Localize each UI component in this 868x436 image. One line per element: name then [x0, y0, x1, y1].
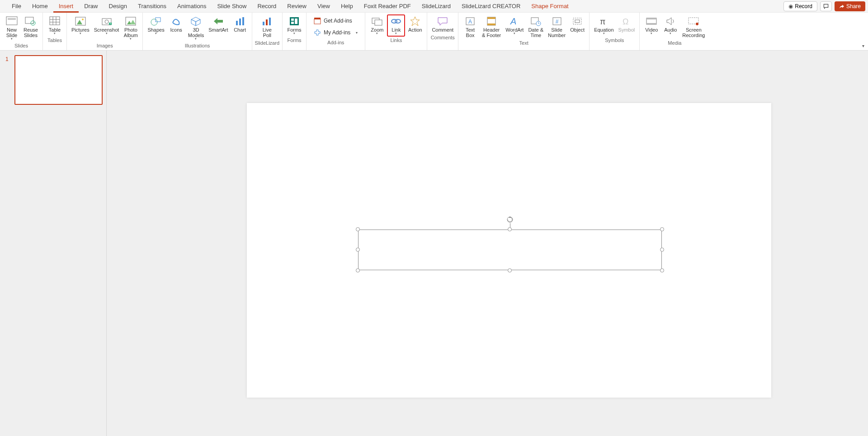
equation-button[interactable]: π Equation [592, 14, 615, 37]
svg-rect-58 [646, 23, 656, 24]
thumbnail-1-number: 1 [5, 56, 9, 62]
resize-handle-tr[interactable] [660, 227, 664, 231]
tab-review[interactable]: Review [282, 0, 312, 13]
audio-label: Audio [664, 27, 677, 33]
screenshot-label: Screenshot [94, 27, 119, 33]
tab-shape-format[interactable]: Shape Format [526, 0, 574, 13]
icons-button[interactable]: Icons [167, 14, 185, 34]
svg-point-19 [151, 19, 157, 25]
svg-rect-45 [487, 17, 495, 19]
tab-slideshow[interactable]: Slide Show [212, 0, 252, 13]
forms-label: Forms [287, 27, 301, 33]
link-button[interactable]: Link [387, 14, 405, 37]
resize-handle-br[interactable] [660, 268, 664, 272]
smartart-label: SmartArt [208, 27, 228, 33]
resize-handle-bl[interactable] [356, 268, 360, 272]
resize-handle-mr[interactable] [660, 248, 664, 252]
tab-draw[interactable]: Draw [79, 0, 103, 13]
screenshot-button[interactable]: + Screenshot [92, 14, 121, 37]
action-label: Action [408, 27, 422, 33]
chevron-down-icon: ▾ [356, 31, 358, 35]
photo-album-button[interactable]: Photo Album [122, 14, 140, 42]
resize-handle-tm[interactable] [508, 227, 512, 231]
svg-text:#: # [555, 19, 558, 25]
video-button[interactable]: Video [642, 14, 660, 37]
group-addins: Get Add-ins My Add-ins ▾ Add-ins [307, 13, 365, 50]
tab-animations[interactable]: Animations [172, 0, 212, 13]
screen-recording-button[interactable]: Screen Recording [680, 14, 707, 39]
forms-button[interactable]: Forms [285, 14, 303, 37]
resize-handle-tl[interactable] [356, 227, 360, 231]
comments-pane-button[interactable] [820, 1, 832, 11]
tab-design[interactable]: Design [104, 0, 132, 13]
record-button[interactable]: Record [783, 1, 817, 11]
rotate-handle[interactable] [506, 216, 514, 223]
ribbon: New Slide Reuse Slides Slides Table Tabl… [0, 13, 868, 51]
svg-rect-33 [291, 22, 294, 24]
reuse-slides-button[interactable]: Reuse Slides [22, 14, 40, 39]
zoom-button[interactable]: Zoom [368, 14, 386, 37]
group-tables-label: Tables [47, 37, 62, 45]
live-poll-button[interactable]: Live Poll [258, 14, 276, 39]
tab-foxit[interactable]: Foxit Reader PDF [359, 0, 416, 13]
audio-button[interactable]: Audio [661, 14, 679, 37]
header-footer-icon [486, 16, 497, 27]
chart-button[interactable]: Chart [231, 14, 249, 34]
svg-rect-57 [646, 18, 656, 19]
tab-slidelizard-creator[interactable]: SlideLizard CREATOR [456, 0, 526, 13]
thumbnail-pane[interactable]: 1 [0, 51, 107, 436]
resize-handle-bm[interactable] [508, 268, 512, 272]
group-symbols: π Equation Ω Symbol Symbols [590, 13, 640, 50]
icons-icon [171, 16, 182, 27]
canvas-area[interactable] [107, 51, 868, 436]
my-addins-button[interactable]: My Add-ins ▾ [312, 28, 359, 37]
thumbnail-1[interactable] [14, 55, 103, 105]
svg-rect-26 [239, 19, 241, 25]
get-addins-button[interactable]: Get Add-ins [312, 16, 359, 25]
svg-point-13 [105, 20, 108, 23]
tab-home[interactable]: Home [27, 0, 53, 13]
object-button[interactable]: Object [568, 14, 586, 34]
header-footer-button[interactable]: Header & Footer [480, 14, 503, 39]
action-button[interactable]: Action [406, 14, 424, 34]
svg-marker-21 [191, 17, 200, 22]
smartart-button[interactable]: SmartArt [207, 14, 230, 34]
ribbon-collapse-button[interactable]: ▾ [862, 43, 864, 48]
tab-insert[interactable]: Insert [53, 0, 79, 13]
pictures-button[interactable]: Pictures [70, 14, 91, 37]
table-icon [49, 16, 61, 27]
comment-button[interactable]: Comment [430, 14, 455, 34]
tab-slidelizard[interactable]: SlideLizard [416, 0, 456, 13]
object-label: Object [570, 27, 585, 33]
equation-label: Equation [594, 27, 613, 33]
date-time-button[interactable]: Date & Time [526, 14, 545, 39]
new-slide-button[interactable]: New Slide [3, 14, 21, 42]
group-links: Zoom Link Action Links [365, 13, 427, 50]
tab-transitions[interactable]: Transitions [132, 0, 172, 13]
shapes-button[interactable]: Shapes [146, 14, 166, 37]
table-button[interactable]: Table [46, 14, 64, 37]
group-media: Video Audio Screen Recording Media [640, 13, 709, 50]
tab-file[interactable]: File [6, 0, 27, 13]
3d-models-label: 3D Models [188, 27, 204, 38]
resize-handle-ml[interactable] [356, 248, 360, 252]
tab-help[interactable]: Help [335, 0, 359, 13]
wordart-button[interactable]: A WordArt [504, 14, 525, 37]
link-icon [390, 16, 402, 27]
slide-number-button[interactable]: # Slide Number [546, 14, 567, 39]
speech-bubble-icon [823, 3, 829, 9]
text-box-button[interactable]: A Text Box [461, 14, 479, 39]
new-slide-icon [5, 16, 18, 27]
icons-label: Icons [170, 27, 182, 33]
selected-shape[interactable] [358, 230, 662, 270]
comment-icon [437, 16, 448, 27]
screenshot-icon: + [101, 16, 113, 27]
tab-view[interactable]: View [312, 0, 335, 13]
shape-outline[interactable] [358, 230, 662, 270]
svg-marker-41 [410, 17, 420, 26]
svg-marker-22 [191, 19, 196, 26]
share-button[interactable]: Share [835, 1, 865, 11]
group-slides: New Slide Reuse Slides Slides [0, 13, 43, 50]
tab-record[interactable]: Record [252, 0, 282, 13]
3d-models-button[interactable]: 3D Models [186, 14, 206, 42]
